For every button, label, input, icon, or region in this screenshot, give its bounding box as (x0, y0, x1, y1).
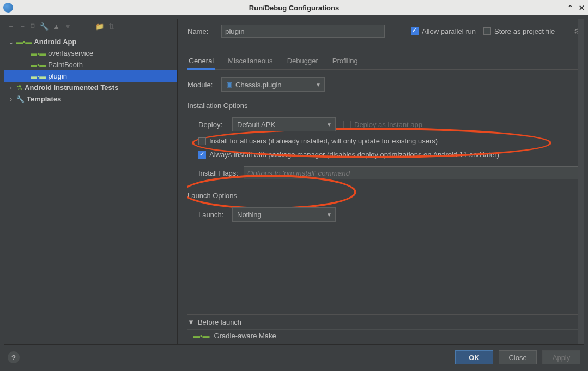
tree-label: overlayservice (48, 49, 93, 57)
checkbox-label: Allow parallel run (422, 27, 476, 35)
apply-button[interactable]: Apply (542, 350, 580, 364)
chevron-right-icon[interactable]: › (8, 95, 14, 103)
config-tree[interactable]: ⌄ ▬▪▬ Android App ▬▪▬ overlayservice ▬▪▬… (4, 34, 177, 105)
chevron-down-icon[interactable]: ▼ (187, 318, 195, 326)
install-all-users-box[interactable] (198, 137, 206, 145)
before-launch-item[interactable]: ▬▪▬ Gradle-aware Make (187, 329, 578, 342)
install-flags-input[interactable] (244, 166, 578, 179)
dropdown-value: Default APK (237, 121, 275, 129)
minimize-icon[interactable]: ⌃ (567, 4, 573, 12)
tree-item-plugin[interactable]: ▬▪▬ plugin (4, 70, 177, 82)
module-label: Module: (187, 81, 214, 89)
tree-toolbar: ＋ － ⧉ 🔧 ▲ ▼ 📁 ⇅ (4, 19, 177, 34)
wrench-icon: 🔧 (16, 95, 25, 103)
dropdown-value: Chassis.plugin (235, 81, 282, 89)
module-folder-icon: ▣ (226, 81, 232, 88)
store-as-file-box[interactable] (483, 27, 491, 35)
tree-label: PaintBooth (48, 61, 83, 69)
android-icon: ▬▪▬ (31, 73, 46, 80)
close-button[interactable]: Close (499, 350, 537, 364)
window-titlebar: Run/Debug Configurations ⌃ ✕ (0, 0, 588, 15)
checkbox-label: Always install with package manager (dis… (209, 151, 499, 159)
tree-item-paintbooth[interactable]: ▬▪▬ PaintBooth (4, 59, 177, 70)
deploy-label: Deploy: (198, 121, 225, 129)
left-panel: ＋ － ⧉ 🔧 ▲ ▼ 📁 ⇅ ⌄ ▬▪▬ Android App ▬▪▬ ov… (4, 19, 178, 344)
close-icon[interactable]: ✕ (579, 4, 585, 12)
deploy-instant-box (343, 121, 351, 128)
allow-parallel-checkbox[interactable]: Allow parallel run (411, 27, 476, 35)
add-icon[interactable]: ＋ (8, 21, 15, 31)
always-pm-box[interactable] (198, 151, 206, 159)
ok-button[interactable]: OK (455, 350, 493, 364)
dialog-button-bar: ? OK Close Apply (4, 344, 584, 367)
store-as-file-checkbox[interactable]: Store as project file (483, 27, 555, 35)
install-flags-label: Install Flags: (198, 169, 238, 177)
launch-label: Launch: (198, 211, 225, 219)
module-dropdown[interactable]: ▣ Chassis.plugin ▼ (221, 77, 325, 92)
chevron-down-icon: ▼ (326, 212, 332, 218)
folder-icon[interactable]: 📁 (95, 22, 104, 31)
tab-content: Module: ▣ Chassis.plugin ▼ Installation … (187, 70, 580, 344)
name-input[interactable] (221, 25, 385, 38)
deploy-instant-checkbox: Deploy as instant app (343, 121, 422, 129)
before-launch-header: Before launch (198, 318, 241, 326)
tabs: General Miscellaneous Debugger Profiling (187, 53, 580, 70)
chevron-down-icon[interactable]: ⌄ (8, 38, 14, 46)
down-icon[interactable]: ▼ (64, 22, 71, 31)
copy-icon[interactable]: ⧉ (31, 22, 35, 31)
wrench-icon[interactable]: 🔧 (40, 22, 49, 31)
remove-icon[interactable]: － (19, 21, 26, 31)
name-label: Name: (187, 27, 214, 35)
android-icon: ▬▪▬ (31, 50, 46, 57)
always-pm-checkbox[interactable]: Always install with package manager (dis… (198, 151, 499, 159)
deploy-dropdown[interactable]: Default APK ▼ (232, 117, 336, 131)
checkbox-label: Store as project file (494, 27, 555, 35)
tree-label: Android Instrumented Tests (25, 83, 118, 92)
chevron-down-icon: ▼ (326, 122, 332, 128)
android-icon: ▬▪▬ (31, 61, 46, 69)
flask-icon: ⚗ (16, 84, 22, 92)
tree-node-android-app[interactable]: ⌄ ▬▪▬ Android App (4, 36, 177, 47)
android-icon: ▬▪▬ (16, 38, 32, 46)
help-button[interactable]: ? (8, 351, 20, 363)
allow-parallel-box[interactable] (411, 27, 419, 35)
chevron-down-icon: ▼ (316, 82, 321, 88)
app-icon (3, 3, 13, 13)
tab-profiling[interactable]: Profiling (331, 53, 359, 69)
sort-icon[interactable]: ⇅ (108, 22, 114, 31)
tab-misc[interactable]: Miscellaneous (227, 53, 274, 69)
gradle-icon: ▬▪▬ (193, 332, 210, 340)
install-options-header: Installation Options (187, 101, 578, 110)
dropdown-value: Nothing (237, 211, 262, 219)
checkbox-label: Install for all users (if already instal… (209, 137, 438, 145)
before-launch-section: ▼ Before launch ▬▪▬ Gradle-aware Make (187, 314, 578, 342)
install-all-users-checkbox[interactable]: Install for all users (if already instal… (198, 137, 438, 145)
tree-label: plugin (48, 72, 67, 80)
tree-node-templates[interactable]: › 🔧 Templates (4, 93, 177, 105)
checkbox-label: Deploy as instant app (354, 121, 422, 129)
tab-debugger[interactable]: Debugger (286, 53, 319, 69)
up-icon[interactable]: ▲ (53, 22, 60, 31)
launch-dropdown[interactable]: Nothing ▼ (232, 207, 336, 222)
tree-node-instrumented[interactable]: › ⚗ Android Instrumented Tests (4, 82, 177, 93)
tree-label: Templates (27, 95, 61, 103)
right-panel: Name: Allow parallel run Store as projec… (178, 19, 584, 344)
tree-item-overlayservice[interactable]: ▬▪▬ overlayservice (4, 47, 177, 59)
launch-options-header: Launch Options (187, 192, 578, 200)
tab-general[interactable]: General (187, 53, 215, 69)
window-title: Run/Debug Configurations (0, 4, 588, 12)
before-launch-label: Gradle-aware Make (214, 332, 276, 340)
chevron-right-icon[interactable]: › (8, 83, 14, 92)
tree-label: Android App (34, 38, 76, 46)
